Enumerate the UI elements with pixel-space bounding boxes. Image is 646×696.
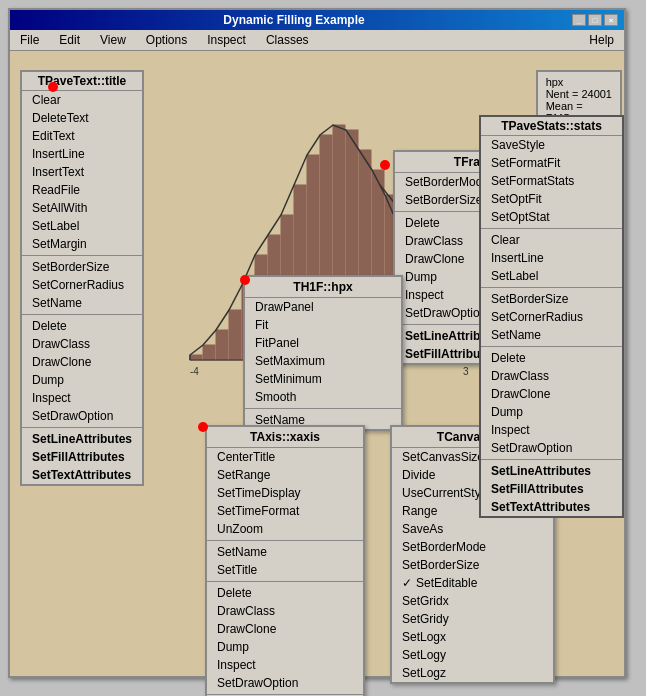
menu-drawclone-ta[interactable]: DrawClone xyxy=(207,620,363,638)
menu-drawpanel[interactable]: DrawPanel xyxy=(245,298,401,316)
menu-settimeformat[interactable]: SetTimeFormat xyxy=(207,502,363,520)
menu-delete[interactable]: Delete xyxy=(22,317,142,335)
menu-setmaximum[interactable]: SetMaximum xyxy=(245,352,401,370)
menu-smooth[interactable]: Smooth xyxy=(245,388,401,406)
menu-setdrawoption-ta[interactable]: SetDrawOption xyxy=(207,674,363,692)
separator-ta1 xyxy=(207,540,363,541)
menu-setname-ta[interactable]: SetName xyxy=(207,543,363,561)
menu-centertitle[interactable]: CenterTitle xyxy=(207,448,363,466)
menu-setbordersize[interactable]: SetBorderSize xyxy=(22,258,142,276)
separator-ps4 xyxy=(481,459,622,460)
minimize-btn[interactable]: _ xyxy=(572,14,586,26)
menu-setlogz[interactable]: SetLogz xyxy=(392,664,553,682)
close-btn[interactable]: × xyxy=(604,14,618,26)
menu-setmargin[interactable]: SetMargin xyxy=(22,235,142,253)
menu-help[interactable]: Help xyxy=(583,32,620,48)
title-bar: Dynamic Filling Example _ □ × xyxy=(10,10,624,30)
svg-rect-2 xyxy=(203,345,215,360)
menu-setcornerradius-ps[interactable]: SetCornerRadius xyxy=(481,308,622,326)
menu-setrange[interactable]: SetRange xyxy=(207,466,363,484)
menu-settextattributes[interactable]: SetTextAttributes xyxy=(22,466,142,484)
menu-setallwith[interactable]: SetAllWith xyxy=(22,199,142,217)
menu-view[interactable]: View xyxy=(94,32,132,48)
menu-seteditable[interactable]: SetEditable xyxy=(392,574,553,592)
svg-rect-3 xyxy=(216,330,228,360)
menu-setlineattributes-ps[interactable]: SetLineAttributes xyxy=(481,462,622,480)
menu-dump[interactable]: Dump xyxy=(22,371,142,389)
separator-ta2 xyxy=(207,581,363,582)
menu-insertline-ps[interactable]: InsertLine xyxy=(481,249,622,267)
menu-clear[interactable]: Clear xyxy=(22,91,142,109)
menu-inspect-ps[interactable]: Inspect xyxy=(481,421,622,439)
menu-setfillattributes[interactable]: SetFillAttributes xyxy=(22,448,142,466)
menu-options[interactable]: Options xyxy=(140,32,193,48)
menu-settitle-ta[interactable]: SetTitle xyxy=(207,561,363,579)
menu-drawclone-ps[interactable]: DrawClone xyxy=(481,385,622,403)
tpave-stats-menu: TPaveStats::stats SaveStyle SetFormatFit… xyxy=(479,115,624,518)
menu-setminimum[interactable]: SetMinimum xyxy=(245,370,401,388)
menu-edit[interactable]: Edit xyxy=(53,32,86,48)
th1f-header: TH1F::hpx xyxy=(245,277,401,298)
menu-setlineattributes[interactable]: SetLineAttributes xyxy=(22,430,142,448)
menu-inspect-ta[interactable]: Inspect xyxy=(207,656,363,674)
menu-insertline[interactable]: InsertLine xyxy=(22,145,142,163)
svg-text:3: 3 xyxy=(463,366,469,377)
menu-classes[interactable]: Classes xyxy=(260,32,315,48)
tpave-text-header: TPaveText::title xyxy=(22,72,142,91)
th1f-menu: TH1F::hpx DrawPanel Fit FitPanel SetMaxi… xyxy=(243,275,403,431)
menu-setbordersize-tc[interactable]: SetBorderSize xyxy=(392,556,553,574)
menu-setformatfit[interactable]: SetFormatFit xyxy=(481,154,622,172)
menu-setoptstat[interactable]: SetOptStat xyxy=(481,208,622,226)
menu-setgridx[interactable]: SetGridx xyxy=(392,592,553,610)
menu-setdrawoption-ps[interactable]: SetDrawOption xyxy=(481,439,622,457)
menu-setlogx[interactable]: SetLogx xyxy=(392,628,553,646)
menu-savestyle[interactable]: SaveStyle xyxy=(481,136,622,154)
menu-unzoom[interactable]: UnZoom xyxy=(207,520,363,538)
menu-edittext[interactable]: EditText xyxy=(22,127,142,145)
menu-fit[interactable]: Fit xyxy=(245,316,401,334)
separator-ps2 xyxy=(481,287,622,288)
menu-setname[interactable]: SetName xyxy=(22,294,142,312)
menu-inserttext[interactable]: InsertText xyxy=(22,163,142,181)
menu-file[interactable]: File xyxy=(14,32,45,48)
menu-setname-ps[interactable]: SetName xyxy=(481,326,622,344)
menu-setdrawoption[interactable]: SetDrawOption xyxy=(22,407,142,425)
menu-drawclass-ps[interactable]: DrawClass xyxy=(481,367,622,385)
menu-delete-ps[interactable]: Delete xyxy=(481,349,622,367)
menu-setgridy[interactable]: SetGridy xyxy=(392,610,553,628)
menu-drawclone[interactable]: DrawClone xyxy=(22,353,142,371)
svg-rect-1 xyxy=(190,355,202,360)
menu-setbordermode-tc[interactable]: SetBorderMode xyxy=(392,538,553,556)
menu-deletetext[interactable]: DeleteText xyxy=(22,109,142,127)
menu-dump-ta[interactable]: Dump xyxy=(207,638,363,656)
menu-setlabel[interactable]: SetLabel xyxy=(22,217,142,235)
menu-setlogy[interactable]: SetLogy xyxy=(392,646,553,664)
menu-inspect[interactable]: Inspect xyxy=(201,32,252,48)
menu-bar: File Edit View Options Inspect Classes H… xyxy=(10,30,624,51)
main-window: Dynamic Filling Example _ □ × File Edit … xyxy=(8,8,626,678)
menu-dump-ps[interactable]: Dump xyxy=(481,403,622,421)
separator-ps1 xyxy=(481,228,622,229)
menu-readfile[interactable]: ReadFile xyxy=(22,181,142,199)
menu-inspect[interactable]: Inspect xyxy=(22,389,142,407)
menu-saveas[interactable]: SaveAs xyxy=(392,520,553,538)
menu-drawclass[interactable]: DrawClass xyxy=(22,335,142,353)
menu-setformatstats[interactable]: SetFormatStats xyxy=(481,172,622,190)
menu-settimedisplay[interactable]: SetTimeDisplay xyxy=(207,484,363,502)
menu-fitpanel[interactable]: FitPanel xyxy=(245,334,401,352)
menu-setfillattributes-ps[interactable]: SetFillAttributes xyxy=(481,480,622,498)
taxis-header: TAxis::xaxis xyxy=(207,427,363,448)
red-dot-3 xyxy=(240,275,250,285)
menu-setcornerradius[interactable]: SetCornerRadius xyxy=(22,276,142,294)
menu-delete-ta[interactable]: Delete xyxy=(207,584,363,602)
red-dot-1 xyxy=(48,82,58,92)
maximize-btn[interactable]: □ xyxy=(588,14,602,26)
menu-setoptfit[interactable]: SetOptFit xyxy=(481,190,622,208)
separator-ta3 xyxy=(207,694,363,695)
menu-clear-ps[interactable]: Clear xyxy=(481,231,622,249)
menu-setbordersize-ps[interactable]: SetBorderSize xyxy=(481,290,622,308)
menu-settextattributes-ps[interactable]: SetTextAttributes xyxy=(481,498,622,516)
menu-setlabel-ps[interactable]: SetLabel xyxy=(481,267,622,285)
stats-nent: Nent = 24001 xyxy=(546,88,612,100)
menu-drawclass-ta[interactable]: DrawClass xyxy=(207,602,363,620)
